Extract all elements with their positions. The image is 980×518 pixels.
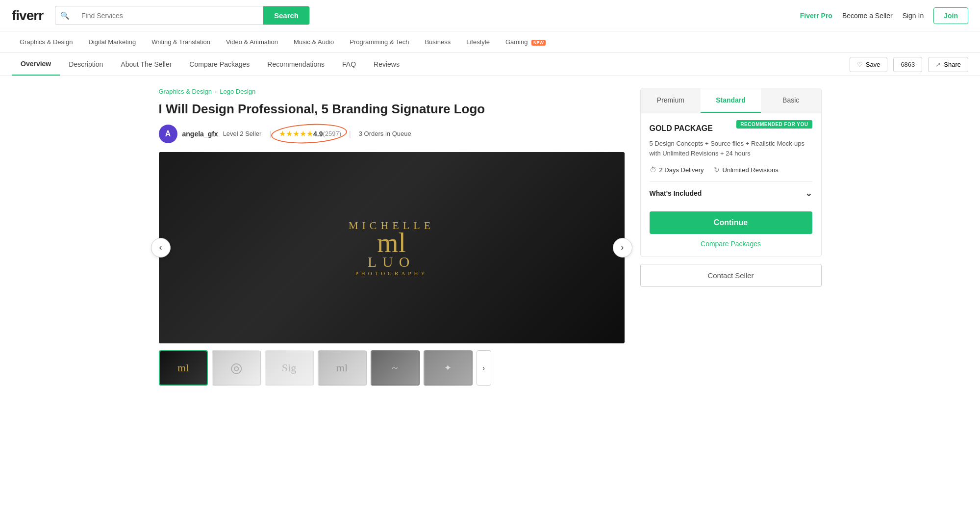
package-tabs: Premium Standard Basic: [641, 88, 821, 113]
tab-about-seller[interactable]: About The Seller: [112, 53, 180, 75]
sub-nav: Overview Description About The Seller Co…: [0, 53, 980, 76]
rating-number: 4.9: [313, 130, 323, 138]
seller-row: A angela_gfx Level 2 Seller | ★★★★★ 4.9 …: [159, 125, 625, 143]
breadcrumb-parent[interactable]: Graphics & Design: [159, 88, 212, 95]
tab-standard[interactable]: Standard: [701, 88, 761, 113]
thumbnail-6[interactable]: ✦: [424, 350, 473, 386]
gig-title: I Will Design Professional, 5 Branding S…: [159, 101, 625, 118]
category-video[interactable]: Video & Animation: [218, 31, 286, 52]
thumbnail-1[interactable]: ml: [159, 350, 208, 386]
header-right: Fiverr Pro Become a Seller Sign In Join: [800, 7, 968, 24]
sign-in-link[interactable]: Sign In: [903, 12, 924, 20]
category-gaming[interactable]: Gaming NEW: [498, 31, 553, 52]
category-lifestyle[interactable]: Lifestyle: [458, 31, 498, 52]
thumbnail-5[interactable]: ~: [371, 350, 420, 386]
thumbnail-4[interactable]: ml: [318, 350, 367, 386]
revisions-feature: ↻ Unlimited Revisions: [714, 166, 779, 174]
thumbnail-next-button[interactable]: ›: [477, 350, 491, 386]
share-button[interactable]: ↗ Share: [928, 57, 968, 72]
category-business[interactable]: Business: [417, 31, 458, 52]
gig-content: Graphics & Design › Logo Design I Will D…: [159, 88, 625, 388]
divider: |: [269, 130, 271, 138]
share-icon: ↗: [935, 61, 941, 68]
sidebar: Premium Standard Basic RECOMMENDED FOR Y…: [640, 88, 822, 388]
header: fiverr 🔍 Search Fiverr Pro Become a Sell…: [0, 0, 980, 31]
contact-seller-button[interactable]: Contact Seller: [640, 264, 822, 287]
tab-basic[interactable]: Basic: [761, 88, 821, 113]
search-icon: 🔍: [55, 11, 75, 20]
orders-queue: 3 Orders in Queue: [359, 130, 411, 137]
rating-wrapper: ★★★★★ 4.9 (2597): [279, 129, 341, 138]
continue-button[interactable]: Continue: [650, 211, 812, 234]
fiverr-pro-link[interactable]: Fiverr Pro: [800, 12, 832, 20]
seller-level: Level 2 Seller: [223, 130, 262, 137]
tab-faq[interactable]: FAQ: [333, 53, 365, 75]
seller-avatar: A: [159, 125, 177, 143]
overlay-line4: PHOTOGRAPHY: [349, 270, 434, 276]
clock-icon: ⏱: [650, 166, 656, 174]
whats-included-toggle[interactable]: What's Included ⌄: [650, 181, 812, 205]
category-graphics[interactable]: Graphics & Design: [12, 31, 80, 52]
logo-text: fiverr: [12, 8, 43, 23]
package-desc: 5 Design Concepts + Source files + Reali…: [650, 139, 812, 158]
category-nav: Graphics & Design Digital Marketing Writ…: [0, 31, 980, 53]
gallery: MICHELLE ml LUO PHOTOGRAPHY ‹ ›: [159, 152, 625, 343]
package-name: GOLD PACKAGE: [650, 124, 737, 133]
package-features: ⏱ 2 Days Delivery ↻ Unlimited Revisions: [650, 166, 812, 174]
save-count: 6863: [893, 57, 922, 72]
main-image: MICHELLE ml LUO PHOTOGRAPHY: [159, 152, 625, 343]
thumbnail-3[interactable]: Sig: [265, 350, 314, 386]
chevron-down-icon: ⌄: [805, 188, 812, 199]
heart-icon: ♡: [857, 61, 863, 68]
tab-compare-packages[interactable]: Compare Packages: [180, 53, 258, 75]
breadcrumb-separator: ›: [215, 88, 217, 95]
category-programming[interactable]: Programming & Tech: [342, 31, 417, 52]
tab-premium[interactable]: Premium: [641, 88, 701, 113]
tab-overview[interactable]: Overview: [12, 53, 60, 76]
search-bar: 🔍 Search: [55, 6, 310, 25]
recommended-badge: RECOMMENDED FOR YOU: [736, 120, 812, 129]
sub-nav-actions: ♡ Save 6863 ↗ Share: [850, 57, 968, 72]
rating-count[interactable]: (2597): [323, 130, 342, 137]
compare-packages-link[interactable]: Compare Packages: [650, 240, 812, 248]
search-input[interactable]: [75, 7, 263, 25]
thumbnail-strip: ml ◎ Sig ml ~ ✦ ›: [159, 350, 625, 388]
main-content: Graphics & Design › Logo Design I Will D…: [147, 76, 833, 388]
category-writing[interactable]: Writing & Translation: [144, 31, 218, 52]
category-music[interactable]: Music & Audio: [286, 31, 342, 52]
save-button[interactable]: ♡ Save: [850, 57, 888, 72]
thumbnail-2[interactable]: ◎: [212, 350, 261, 386]
gaming-new-badge: NEW: [531, 40, 546, 46]
package-body: RECOMMENDED FOR YOU GOLD PACKAGE 5 Desig…: [641, 113, 821, 257]
search-button[interactable]: Search: [263, 6, 309, 25]
tab-description[interactable]: Description: [60, 53, 112, 75]
logo[interactable]: fiverr: [12, 8, 43, 24]
tab-recommendations[interactable]: Recommendations: [258, 53, 333, 75]
revisions-icon: ↻: [714, 166, 720, 174]
become-seller-link[interactable]: Become a Seller: [842, 12, 893, 20]
logo-overlay: MICHELLE ml LUO PHOTOGRAPHY: [349, 219, 434, 276]
main-image-inner: MICHELLE ml LUO PHOTOGRAPHY: [159, 152, 625, 343]
package-panel: Premium Standard Basic RECOMMENDED FOR Y…: [640, 88, 822, 257]
breadcrumb: Graphics & Design › Logo Design: [159, 88, 625, 95]
overlay-line3: LUO: [349, 254, 434, 270]
breadcrumb-child[interactable]: Logo Design: [220, 88, 255, 95]
seller-name[interactable]: angela_gfx: [182, 130, 218, 138]
gallery-next-button[interactable]: ›: [613, 238, 632, 258]
tab-reviews[interactable]: Reviews: [365, 53, 408, 75]
star-rating: ★★★★★: [279, 129, 313, 138]
gallery-prev-button[interactable]: ‹: [151, 238, 171, 258]
delivery-feature: ⏱ 2 Days Delivery: [650, 166, 704, 174]
category-digital-marketing[interactable]: Digital Marketing: [80, 31, 144, 52]
join-button[interactable]: Join: [933, 7, 968, 24]
divider2: |: [349, 130, 351, 138]
